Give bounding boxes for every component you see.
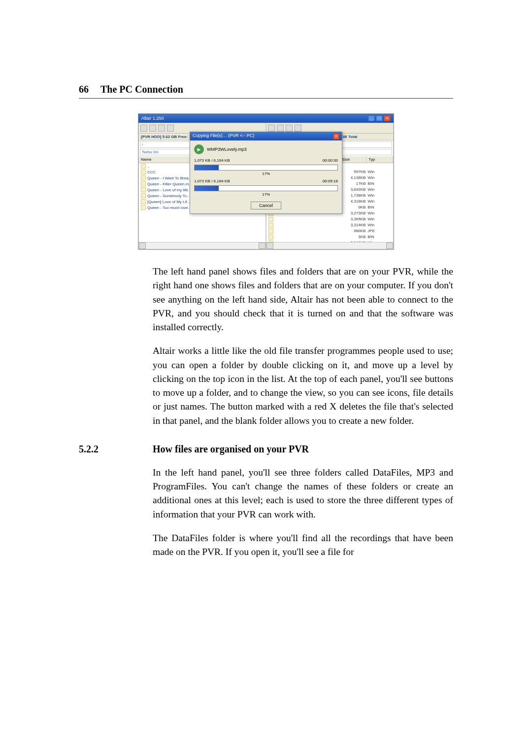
folder-icon xyxy=(141,164,146,169)
paragraph-1: The left hand panel shows files and fold… xyxy=(153,265,453,334)
window-controls: _ □ × xyxy=(368,115,391,121)
section-number: 5.2.2 xyxy=(79,444,153,455)
new-folder-icon[interactable] xyxy=(167,125,174,132)
copy-close-button[interactable]: × xyxy=(333,133,339,139)
page-header: 66 The PC Connection xyxy=(79,84,453,99)
new-folder-icon[interactable] xyxy=(295,125,301,132)
transfer-icon: ► xyxy=(194,144,204,154)
col-type[interactable]: Typ xyxy=(366,156,393,163)
window-title: Altair 1.250 xyxy=(141,116,164,121)
progress-time-2: 00:05:18 xyxy=(323,179,338,183)
list-item[interactable]: 3,314KBWin xyxy=(266,222,393,228)
cancel-button[interactable]: Cancel xyxy=(251,202,281,209)
file-icon xyxy=(268,235,273,240)
altair-screenshot: Altair 1.250 _ □ × [PVR HDD] 5.62 G xyxy=(138,113,394,250)
folder-icon xyxy=(141,170,146,174)
up-folder-icon[interactable] xyxy=(268,125,275,132)
minimize-button[interactable]: _ xyxy=(368,115,375,121)
list-item[interactable]: 3,365KBWin xyxy=(266,216,393,222)
paragraph-4: The DataFiles folder is where you'll fin… xyxy=(153,531,453,559)
file-icon xyxy=(141,181,146,186)
progress-time-1: 00:00:30 xyxy=(323,158,338,163)
paragraph-2: Altair works a little like the old file … xyxy=(153,344,453,428)
col-size[interactable]: Size xyxy=(340,156,367,163)
paragraph-3: In the left hand panel, you'll see three… xyxy=(153,466,453,521)
scroll-left-icon[interactable] xyxy=(139,242,146,249)
file-icon xyxy=(268,217,273,222)
close-button[interactable]: × xyxy=(384,115,391,121)
section-heading: 5.2.2 How files are organised on your PV… xyxy=(79,444,453,455)
file-icon xyxy=(141,175,146,180)
window-titlebar: Altair 1.250 _ □ × xyxy=(138,114,394,123)
progress-label-1: 1,073 KB / 6,184 KB xyxy=(194,158,320,163)
file-icon xyxy=(268,229,273,234)
right-scrollbar[interactable] xyxy=(266,242,393,249)
copy-titlebar: Copying File(s)… (PVR <-- PC) × xyxy=(190,132,342,140)
up-folder-icon[interactable] xyxy=(140,125,147,132)
scroll-track[interactable] xyxy=(273,242,386,249)
file-icon xyxy=(141,205,146,210)
delete-icon[interactable] xyxy=(286,125,293,132)
list-item[interactable]: 3KBBIN xyxy=(266,234,393,240)
file-icon xyxy=(141,199,146,204)
scroll-right-icon[interactable] xyxy=(259,242,266,249)
page-number: 66 xyxy=(79,84,89,95)
progress-pct-1: 17% xyxy=(194,172,338,176)
section-title: How files are organised on your PVR xyxy=(153,444,309,455)
progress-label-2: 1,073 KB / 6,184 KB xyxy=(194,179,320,183)
scroll-track[interactable] xyxy=(146,242,259,249)
view-icon[interactable] xyxy=(277,125,284,132)
file-icon xyxy=(268,223,273,228)
list-item[interactable]: 3,049KBWin xyxy=(266,240,393,242)
scroll-right-icon[interactable] xyxy=(386,242,393,249)
chapter-title: The PC Connection xyxy=(100,84,183,95)
left-scrollbar[interactable] xyxy=(139,242,266,249)
scroll-left-icon[interactable] xyxy=(266,242,273,249)
progress-bar-2 xyxy=(194,185,338,191)
progress-bar-1 xyxy=(194,165,338,171)
delete-icon[interactable] xyxy=(158,125,165,132)
maximize-button[interactable]: □ xyxy=(376,115,383,121)
file-icon xyxy=(141,187,146,192)
progress-pct-2: 17% xyxy=(194,192,338,197)
view-icon[interactable] xyxy=(149,125,156,132)
list-item[interactable]: 980KBJPE xyxy=(266,228,393,234)
file-icon xyxy=(141,193,146,198)
copy-filename: WMP3WLovely.mp3 xyxy=(207,147,247,152)
copy-title-text: Copying File(s)… (PVR <-- PC) xyxy=(193,133,254,139)
file-icon xyxy=(268,241,273,242)
copy-dialog: Copying File(s)… (PVR <-- PC) × ► WMP3WL… xyxy=(190,132,342,214)
